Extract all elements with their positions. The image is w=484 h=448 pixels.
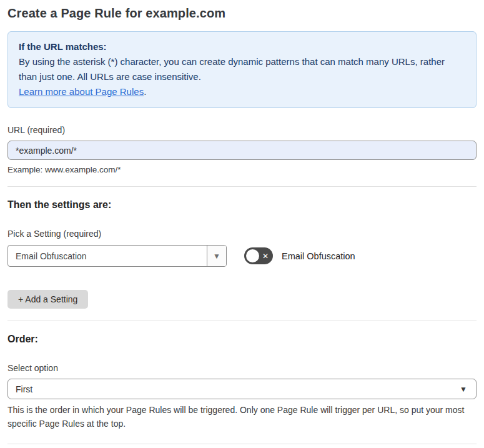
setting-dropdown[interactable]: Email Obfuscation ▼ (7, 245, 227, 267)
info-box-heading: If the URL matches: (19, 39, 465, 54)
divider (7, 444, 477, 444)
link-period: . (144, 86, 146, 97)
info-box-link-line: Learn more about Page Rules. (19, 84, 465, 99)
divider (7, 321, 477, 321)
page-title: Create a Page Rule for example.com (7, 6, 477, 21)
setting-row: Email Obfuscation ▼ ✕ Email Obfuscation (7, 245, 477, 267)
toggle-label: Email Obfuscation (282, 251, 355, 261)
url-input[interactable] (7, 141, 477, 160)
email-obfuscation-toggle[interactable]: ✕ (244, 247, 273, 264)
pick-setting-label: Pick a Setting (required) (7, 229, 477, 239)
info-box-body: By using the asterisk (*) character, you… (19, 54, 465, 84)
chevron-down-icon: ▼ (460, 385, 467, 394)
toggle-off-x-icon: ✕ (262, 252, 269, 260)
url-example-text: Example: www.example.com/* (7, 165, 477, 174)
chevron-down-icon: ▼ (213, 252, 220, 261)
url-match-info-box: If the URL matches: By using the asteris… (7, 31, 477, 108)
order-section-heading: Order: (7, 334, 477, 345)
learn-more-link[interactable]: Learn more about Page Rules (19, 86, 144, 97)
toggle-knob (246, 249, 259, 262)
order-select-value: First (16, 384, 460, 394)
settings-section-heading: Then the settings are: (7, 199, 477, 211)
setting-dropdown-arrow-button[interactable]: ▼ (207, 246, 226, 266)
add-setting-button[interactable]: + Add a Setting (7, 290, 88, 309)
setting-dropdown-value: Email Obfuscation (8, 246, 207, 266)
order-help-text: This is the order in which your Page Rul… (7, 403, 477, 431)
divider (7, 186, 477, 187)
page-rule-form: Create a Page Rule for example.com If th… (0, 6, 484, 448)
order-select[interactable]: First ▼ (7, 379, 477, 399)
url-field-label: URL (required) (7, 125, 477, 135)
order-select-label: Select option (7, 363, 477, 373)
